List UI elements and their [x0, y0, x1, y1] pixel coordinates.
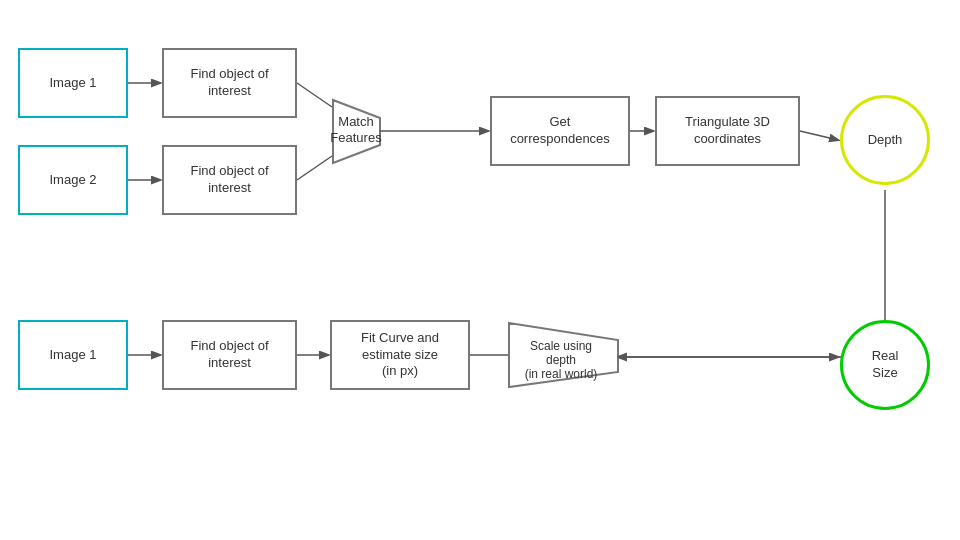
- real-size-circle: RealSize: [840, 320, 930, 410]
- svg-text:Scale using: Scale using: [530, 339, 592, 353]
- find-object-2: Find object ofinterest: [162, 145, 297, 215]
- svg-line-7: [800, 131, 838, 140]
- triangulate-3d: Triangulate 3Dcoordinates: [655, 96, 800, 166]
- svg-line-2: [297, 83, 332, 107]
- depth-circle: Depth: [840, 95, 930, 185]
- find-object-bottom: Find object ofinterest: [162, 320, 297, 390]
- image2-top: Image 2: [18, 145, 128, 215]
- svg-text:Match: Match: [338, 114, 373, 129]
- svg-line-3: [297, 156, 332, 180]
- get-correspondences: Getcorrespondences: [490, 96, 630, 166]
- image1-bottom: Image 1: [18, 320, 128, 390]
- svg-text:Features: Features: [330, 130, 382, 145]
- image1-top: Image 1: [18, 48, 128, 118]
- fit-curve: Fit Curve andestimate size(in px): [330, 320, 470, 390]
- find-object-1: Find object ofinterest: [162, 48, 297, 118]
- svg-text:(in real world): (in real world): [525, 367, 598, 381]
- svg-text:depth: depth: [546, 353, 576, 367]
